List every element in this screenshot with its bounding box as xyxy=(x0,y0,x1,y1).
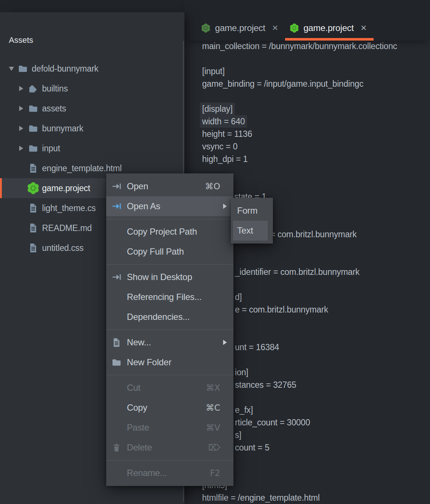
editor-line-fragment: s] xyxy=(235,429,242,441)
submenu-chevron-icon xyxy=(223,340,227,345)
menu-item-label: Open As xyxy=(127,201,160,211)
open-icon xyxy=(106,182,127,191)
tree-item-label: input xyxy=(42,144,60,153)
tree-item-defold-bunnymark[interactable]: defold-bunnymark xyxy=(0,59,184,79)
submenu-item-text[interactable]: Text xyxy=(233,221,268,241)
tab-label: game.project xyxy=(304,23,354,33)
editor-line: [input] xyxy=(202,65,225,77)
editor-line: htmlfile = /engine_template.html xyxy=(202,491,320,504)
menu-item-copy[interactable]: Copy ⌘C xyxy=(106,398,233,418)
menu-item-new[interactable]: New... xyxy=(106,332,233,352)
menu-item-copy-full-path[interactable]: Copy Full Path xyxy=(106,242,233,262)
editor-line-fragment: e_fx] xyxy=(235,404,253,416)
file-icon xyxy=(26,243,41,253)
editor-line: main_collection = /bunnymark/bunnymark.c… xyxy=(202,41,397,52)
menu-item-referencing-files[interactable]: Referencing Files... xyxy=(106,287,233,307)
expand-arrow-down-icon[interactable] xyxy=(9,67,15,71)
menu-shortcut: ⌘C xyxy=(206,403,220,412)
game-project-icon xyxy=(289,23,299,33)
editor-line-fragment: stances = 32765 xyxy=(235,379,296,391)
tree-item-label: engine_template.html xyxy=(42,163,122,173)
menu-item-label: Rename... xyxy=(127,468,167,478)
editor-line-fragment: d] xyxy=(235,291,242,303)
trash-icon xyxy=(106,443,127,452)
editor-line-fragment: count = 5 xyxy=(235,441,269,454)
menu-separator xyxy=(106,329,233,330)
menu-item-open[interactable]: Open ⌘O xyxy=(106,176,233,196)
tree-item-bunnymark[interactable]: bunnymark xyxy=(0,118,184,138)
editor-line-fragment: rticle_count = 30000 xyxy=(235,416,310,429)
tree-item-label: assets xyxy=(42,104,66,114)
menu-item-label: Cut xyxy=(127,383,141,393)
folder-icon xyxy=(26,125,41,132)
menu-item-label: Copy Full Path xyxy=(127,246,184,257)
folder-icon xyxy=(15,65,30,72)
expand-arrow-right-icon[interactable] xyxy=(19,146,26,151)
menu-item-show-in-desktop[interactable]: Show in Desktop xyxy=(106,267,233,287)
menu-item-label: Open xyxy=(127,181,148,191)
expand-arrow-right-icon[interactable] xyxy=(19,126,26,131)
file-icon xyxy=(26,203,41,213)
menu-shortcut: F2 xyxy=(210,468,220,478)
tree-item-input[interactable]: input xyxy=(0,138,184,158)
file-icon xyxy=(26,163,41,173)
puzzle-icon xyxy=(26,83,41,94)
menu-item-new-folder[interactable]: New Folder xyxy=(106,352,233,372)
context-menu: Open ⌘O Open As Copy Project Path Copy F… xyxy=(106,173,233,486)
menu-shortcut: ⌘X xyxy=(206,383,220,393)
menu-item-label: Copy xyxy=(127,403,147,413)
editor-line: height = 1136 xyxy=(202,128,252,140)
new-folder-icon xyxy=(106,359,127,366)
tab-bar: game.project ✕ game.project ✕ xyxy=(184,0,430,41)
editor-line: high_dpi = 1 xyxy=(202,153,248,165)
expand-arrow-right-icon[interactable] xyxy=(19,86,26,91)
tree-item-label: light_theme.cs xyxy=(42,203,96,213)
tab-close-icon[interactable]: ✕ xyxy=(272,24,278,32)
menu-item-label: Referencing Files... xyxy=(127,292,202,302)
tree-item-builtins[interactable]: builtins xyxy=(0,79,184,99)
tree-item-label: game.project xyxy=(42,183,90,193)
menu-item-label: New Folder xyxy=(127,357,171,367)
menu-item-open-as[interactable]: Open As xyxy=(106,196,233,216)
editor-line-fragment: _identifier = com.britzl.bunnymark xyxy=(235,266,360,278)
tree-item-label: bunnymark xyxy=(42,124,83,134)
editor-line-fragment: e = com.britzl.bunnymark xyxy=(235,303,328,316)
tab-game-project-active[interactable]: game.project ✕ xyxy=(285,18,374,38)
menu-item-delete[interactable]: Delete ⌦ xyxy=(106,438,233,458)
file-icon xyxy=(26,223,41,233)
menu-item-label: Show in Desktop xyxy=(127,272,192,282)
menu-item-label: Copy Project Path xyxy=(127,227,197,237)
new-file-icon xyxy=(106,338,127,347)
menu-item-cut[interactable]: Cut ⌘X xyxy=(106,378,233,398)
editor-line-fragment: ion] xyxy=(235,366,248,379)
menu-item-dependencies[interactable]: Dependencies... xyxy=(106,307,233,327)
editor-line-fragment: = com.britzl.bunnymark xyxy=(270,228,357,241)
tab-close-icon[interactable]: ✕ xyxy=(360,24,367,32)
editor-line: game_binding = /input/game.input_binding… xyxy=(202,77,363,90)
tab-label: game.project xyxy=(215,23,265,33)
menu-item-paste[interactable]: Paste ⌘V xyxy=(106,418,233,438)
menu-shortcut: ⌘O xyxy=(205,182,220,191)
tree-item-label: untitled.css xyxy=(42,243,84,253)
tab-game-project-inactive[interactable]: game.project ✕ xyxy=(197,18,285,38)
menu-separator xyxy=(106,460,233,460)
menu-item-label: Delete xyxy=(127,442,152,453)
show-in-desktop-icon xyxy=(106,272,127,282)
assets-panel-title: Assets xyxy=(9,34,33,47)
menu-item-label: Dependencies... xyxy=(127,312,190,322)
menu-shortcut: ⌦ xyxy=(208,443,220,452)
menu-separator xyxy=(106,219,233,219)
expand-arrow-right-icon[interactable] xyxy=(19,106,26,111)
submenu-chevron-icon xyxy=(223,204,227,209)
menu-item-label: Paste xyxy=(127,422,149,433)
menu-item-copy-project-path[interactable]: Copy Project Path xyxy=(106,222,233,242)
menu-shortcut: ⌘V xyxy=(206,423,220,432)
folder-icon xyxy=(26,105,41,112)
submenu-item-form[interactable]: Form xyxy=(233,201,268,221)
menu-separator xyxy=(106,264,233,265)
tree-item-assets[interactable]: assets xyxy=(0,99,184,118)
editor-line-fragment: unt = 16384 xyxy=(235,341,279,353)
menu-item-rename[interactable]: Rename... F2 xyxy=(106,463,233,483)
game-project-icon xyxy=(26,182,41,194)
editor-line-highlighted: [display] xyxy=(202,103,235,115)
